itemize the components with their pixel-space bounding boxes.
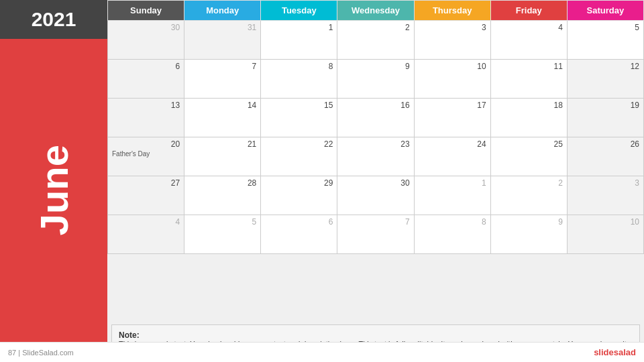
day-number: 5 [189, 217, 256, 227]
calendar-day: 17 [414, 99, 490, 137]
calendar-day: 12 [567, 60, 643, 99]
day-number: 1 [265, 23, 333, 32]
day-number: 7 [341, 217, 409, 227]
day-number: 2 [495, 178, 563, 188]
calendar-day: 26 [567, 137, 643, 176]
calendar-day: 22 [261, 137, 337, 176]
brand-post: salad [614, 347, 636, 357]
day-number: 3 [419, 23, 486, 32]
month-block: June [0, 39, 107, 342]
calendar-day: 13 [108, 99, 184, 137]
sidebar: 2021 June [0, 0, 107, 342]
day-number: 11 [495, 62, 563, 71]
day-number: 24 [419, 139, 486, 149]
day-number: 13 [112, 101, 180, 110]
day-number: 21 [189, 139, 256, 149]
calendar-day: 18 [490, 99, 567, 137]
calendar-day: 7 [337, 215, 414, 254]
day-number: 12 [572, 62, 639, 71]
day-number: 6 [112, 62, 180, 71]
calendar-day: 3 [414, 21, 490, 60]
footer: 87 | SlideSalad.com slidesalad [0, 342, 644, 362]
calendar-day: 8 [261, 60, 337, 99]
day-number: 9 [495, 217, 563, 227]
calendar-week-row: 27282930123 [108, 176, 644, 215]
calendar-day: 5 [184, 215, 261, 254]
calendar-day: 5 [567, 21, 643, 60]
day-number: 30 [112, 23, 180, 32]
day-number: 26 [572, 139, 639, 149]
calendar-day: 2 [337, 21, 414, 60]
calendar-day: 20Father's Day [108, 137, 184, 176]
calendar-day: 11 [490, 60, 567, 99]
day-number: 2 [341, 23, 409, 32]
calendar-week-row: 45678910 [108, 215, 644, 254]
day-number: 16 [341, 101, 409, 110]
day-number: 30 [341, 178, 409, 188]
calendar-day: 6 [108, 60, 184, 99]
brand-pre: slide [594, 347, 614, 357]
year-label: 2021 [0, 8, 107, 31]
calendar-week-row: 303112345 [108, 21, 644, 60]
calendar-day: 31 [184, 21, 261, 60]
day-number: 10 [572, 217, 639, 227]
calendar-day: 6 [261, 215, 337, 254]
calendar-area: Sunday Monday Tuesday Wednesday Thursday… [107, 0, 644, 362]
day-number: 18 [495, 101, 563, 110]
event-label: Father's Day [112, 150, 180, 158]
calendar-day: 8 [414, 215, 490, 254]
day-number: 3 [572, 178, 639, 188]
day-number: 6 [265, 217, 333, 227]
day-number: 28 [189, 178, 256, 188]
calendar-day: 15 [261, 99, 337, 137]
day-number: 5 [572, 23, 639, 32]
month-label: June [32, 145, 76, 235]
calendar-day: 27 [108, 176, 184, 215]
calendar-week-row: 6789101112 [108, 60, 644, 99]
calendar-day: 4 [490, 21, 567, 60]
day-number: 14 [189, 101, 256, 110]
calendar-day: 21 [184, 137, 261, 176]
calendar-day: 19 [567, 99, 643, 137]
header-friday: Friday [490, 1, 567, 21]
calendar-week-row: 20Father's Day212223242526 [108, 137, 644, 176]
calendar-day: 25 [490, 137, 567, 176]
calendar-day: 2 [490, 176, 567, 215]
day-number: 4 [495, 23, 563, 32]
day-number: 15 [265, 101, 333, 110]
header-wednesday: Wednesday [337, 1, 414, 21]
day-number: 17 [419, 101, 486, 110]
calendar-day: 4 [108, 215, 184, 254]
day-number: 22 [265, 139, 333, 149]
header-saturday: Saturday [567, 1, 643, 21]
year-block: 2021 [0, 0, 107, 39]
day-number: 19 [572, 101, 639, 110]
day-number: 8 [265, 62, 333, 71]
day-number: 25 [495, 139, 563, 149]
day-number: 7 [189, 62, 256, 71]
calendar-day: 30 [337, 176, 414, 215]
day-number: 9 [341, 62, 409, 71]
calendar-header-row: Sunday Monday Tuesday Wednesday Thursday… [108, 1, 644, 21]
day-number: 1 [419, 178, 486, 188]
header-sunday: Sunday [108, 1, 184, 21]
calendar-day: 10 [567, 215, 643, 254]
header-thursday: Thursday [414, 1, 490, 21]
day-number: 23 [341, 139, 409, 149]
calendar-table: Sunday Monday Tuesday Wednesday Thursday… [107, 0, 644, 254]
calendar-day: 3 [567, 176, 643, 215]
calendar-day: 1 [261, 21, 337, 60]
footer-page: 87 | SlideSalad.com [8, 349, 74, 357]
calendar-day: 28 [184, 176, 261, 215]
header-monday: Monday [184, 1, 261, 21]
footer-brand: slidesalad [594, 347, 636, 357]
day-number: 8 [419, 217, 486, 227]
calendar-day: 16 [337, 99, 414, 137]
calendar-day: 23 [337, 137, 414, 176]
calendar-container: Sunday Monday Tuesday Wednesday Thursday… [107, 0, 644, 322]
day-number: 10 [419, 62, 486, 71]
day-number: 27 [112, 178, 180, 188]
day-number: 31 [189, 23, 256, 32]
day-number: 4 [112, 217, 180, 227]
calendar-day: 9 [490, 215, 567, 254]
